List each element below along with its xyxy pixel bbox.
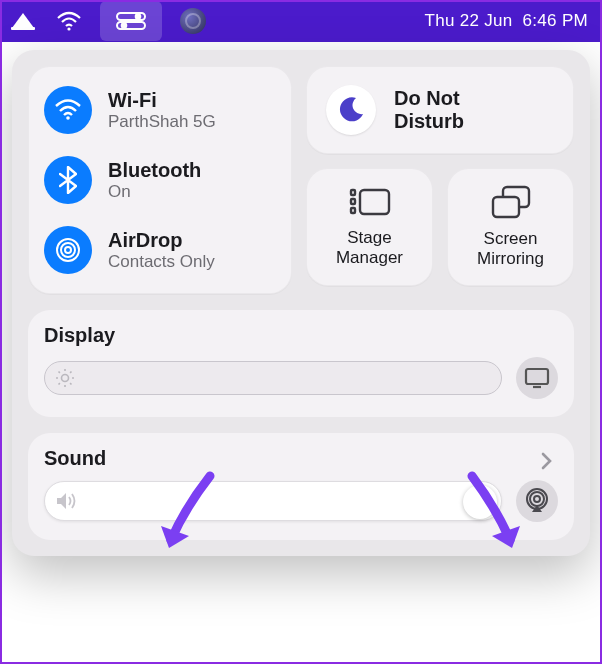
airdrop-title: AirDrop [108,229,215,252]
stage-manager-icon [349,186,391,222]
display-output-button[interactable] [516,357,558,399]
brightness-icon [55,368,75,388]
airdrop-subtitle: Contacts Only [108,252,215,272]
app-icon[interactable] [8,9,38,33]
screen-mirroring-icon [491,185,531,223]
airdrop-toggle[interactable]: AirDrop Contacts Only [44,226,276,274]
svg-point-16 [62,375,69,382]
display-section: Display [28,310,574,417]
mirror-label-2: Mirroring [477,249,544,269]
bluetooth-icon [44,156,92,204]
svg-rect-0 [11,27,35,30]
wifi-subtitle: ParthShah 5G [108,112,216,132]
volume-knob[interactable] [463,485,497,519]
svg-rect-15 [493,197,519,217]
bluetooth-toggle[interactable]: Bluetooth On [44,156,276,204]
svg-rect-10 [351,190,355,195]
svg-point-1 [67,27,70,30]
menubar-date: Thu 22 Jun [425,11,513,31]
volume-icon [55,491,79,511]
focus-title-line1: Do Not [394,87,464,110]
stage-label-1: Stage [336,228,403,248]
airplay-audio-button[interactable] [516,480,558,522]
sound-chevron-icon[interactable] [532,447,560,475]
menubar-clock[interactable]: Thu 22 Jun 6:46 PM [425,11,594,31]
focus-title-line2: Disturb [394,110,464,133]
moon-icon [326,85,376,135]
volume-slider[interactable] [44,481,502,521]
svg-rect-13 [360,190,389,214]
brightness-slider[interactable] [44,361,502,395]
stage-manager-toggle[interactable]: Stage Manager [306,168,433,286]
sound-section: Sound [28,433,574,540]
focus-toggle[interactable]: Do Not Disturb [306,66,574,154]
sound-title: Sound [44,447,558,470]
svg-rect-11 [351,199,355,204]
svg-point-3 [136,14,141,19]
wifi-icon [44,86,92,134]
svg-rect-12 [351,208,355,213]
menubar-time: 6:46 PM [523,11,588,31]
display-title: Display [44,324,558,347]
screen-mirroring-toggle[interactable]: Screen Mirroring [447,168,574,286]
stage-label-2: Manager [336,248,403,268]
bluetooth-title: Bluetooth [108,159,201,182]
svg-point-6 [66,116,70,120]
svg-rect-17 [526,369,548,384]
mirror-label-1: Screen [477,229,544,249]
control-center-panel: Wi-Fi ParthShah 5G Bluetooth On AirDro [12,50,590,556]
wifi-title: Wi-Fi [108,89,216,112]
siri-icon[interactable] [180,8,206,34]
control-center-menubar-icon[interactable] [100,1,162,41]
connectivity-card: Wi-Fi ParthShah 5G Bluetooth On AirDro [28,66,292,294]
svg-point-8 [61,243,75,257]
svg-point-18 [534,496,540,502]
wifi-toggle[interactable]: Wi-Fi ParthShah 5G [44,86,276,134]
menu-bar: Thu 22 Jun 6:46 PM [0,0,602,42]
svg-point-5 [122,23,127,28]
airdrop-icon [44,226,92,274]
svg-point-19 [530,492,544,506]
wifi-menubar-icon[interactable] [56,11,82,31]
bluetooth-subtitle: On [108,182,201,202]
svg-point-7 [65,247,71,253]
